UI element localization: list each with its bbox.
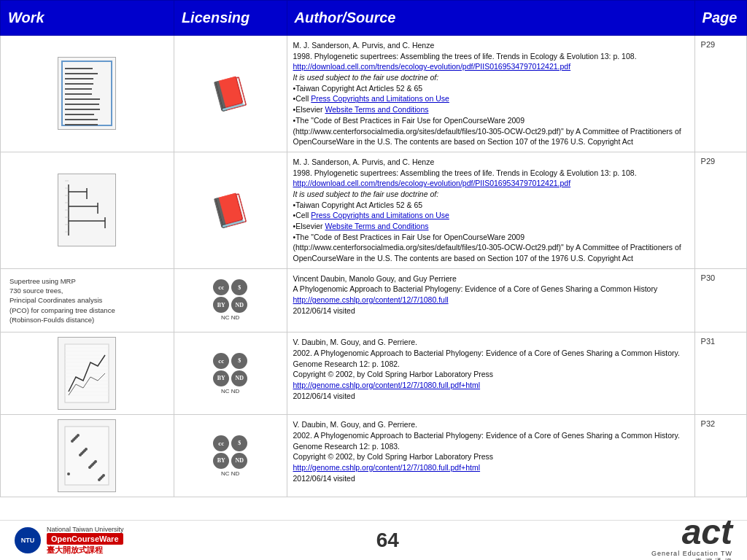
work-desc-line: Supertree using MRP [9,276,165,286]
work-desc-line: (PCO) for comparing tree distance [9,306,165,315]
work-desc-line: (Robinson-Foulds distance) [9,315,165,324]
author-link[interactable]: Website Terms and Conditions [325,222,428,230]
svg-point-53 [88,466,91,469]
ocw-badge: OpenCourseWare [47,533,123,545]
svg-point-54 [79,454,82,456]
table-row: 📕 M. J. Sanderson, A. Purvis, and C. Hen… [1,152,747,268]
book-icon: 📕 [180,77,281,111]
cc-license-badge: cc $ BY ND NC ND [180,353,281,394]
author-text-line: •The "Code of Best Practices in Fair Use… [293,233,681,262]
licensing-cell: 📕 [174,36,287,152]
author-cell: Vincent Daubin, Manolo Gouy, and Guy Per… [287,268,694,332]
author-link[interactable]: http://download.cell.com/trends/ecology-… [293,179,571,187]
author-link[interactable]: http://genome.cshlp.org/content/12/7/108… [293,463,481,472]
licensing-cell: 📕 [174,152,287,268]
col-header-author: Author/Source [287,1,694,36]
col-header-work: Work [1,1,174,36]
work-thumbnail [58,57,116,130]
author-text-line: 2002. A Phylogenomic Approach to Bacteri… [293,431,680,451]
svg-point-51 [71,440,74,443]
act-sub2: 臺 灣 通 識 [695,557,732,561]
author-text-line: 2002. A Phylogenomic Approach to Bacteri… [293,349,680,368]
cc-license-badge: cc $ BY ND NC ND [180,435,281,477]
work-thumbnail [58,337,116,410]
act-sub: General Education TW [651,550,732,557]
ntu-logo-text: NTU [21,537,35,544]
author-text-line: 1998. Phylogenetic supertrees: Assemblin… [293,52,637,61]
author-text-line: V. Daubin, M. Gouy, and G. Perriere. [293,420,417,429]
svg-point-52 [98,478,101,481]
col-header-page: Page [694,1,746,36]
author-text-line: 1998. Phylogenetic supertrees: Assemblin… [293,168,637,177]
author-text-line: •Taiwan Copyright Act Articles 52 & 65 [293,201,423,209]
author-text-line: M. J. Sanderson, A. Purvis, and C. Henze [293,158,435,166]
licensing-cell: cc $ BY ND NC ND [174,415,287,497]
work-cell [1,332,174,415]
page-cell: P30 [694,268,746,332]
work-description: Supertree using MRP730 source trees,Prin… [7,273,168,327]
table-row: 📕 M. J. Sanderson, A. Purvis, and C. Hen… [1,36,747,152]
author-bullet: •Elsevier Website Terms and Conditions [293,222,429,230]
cc-license-badge: cc $ BY ND NC ND [180,279,281,321]
author-text-line: M. J. Sanderson, A. Purvis, and C. Henze [293,41,435,50]
author-cell: V. Daubin, M. Gouy, and G. Perriere.2002… [287,415,694,497]
author-italic: It is used subject to the fair use doctr… [293,73,439,82]
licensing-cell: cc $ BY ND NC ND [174,332,287,415]
page-cell: P29 [694,152,746,268]
footer-left: NTU National Taiwan University OpenCours… [15,526,123,556]
author-text-line: 2012/06/14 visited [293,392,355,400]
author-text-line: Copyright © 2002, by Cold Spring Harbor … [293,452,493,461]
work-cell [1,36,174,152]
author-link[interactable]: Press Copyrights and Limitations on Use [311,211,449,219]
table-row: cc $ BY ND NC ND V. Daubin, M. Gouy, and… [1,332,747,415]
author-bullet: •Elsevier Website Terms and Conditions [293,105,429,114]
author-text-line: A Phylogenomic Approach to Bacterial Phy… [293,284,658,293]
work-cell [1,415,174,497]
licensing-cell: cc $ BY ND NC ND [174,268,287,332]
author-cell: M. J. Sanderson, A. Purvis, and C. Henze… [287,36,694,152]
table-wrapper: Work Licensing Author/Source Page 📕 M. J… [0,0,747,520]
author-cell: V. Daubin, M. Gouy, and G. Perriere.2002… [287,332,694,415]
work-cell [1,152,174,268]
page-cell: P31 [694,332,746,415]
page-cell: P32 [694,415,746,497]
author-cell: M. J. Sanderson, A. Purvis, and C. Henze… [287,152,694,268]
main-table: Work Licensing Author/Source Page 📕 M. J… [0,0,747,497]
author-link[interactable]: http://genome.cshlp.org/content/12/7/108… [293,295,449,304]
work-desc-line: Principal Coordinates analysis [9,295,165,305]
author-text-line: •The "Code of Best Practices in Fair Use… [293,116,681,146]
author-link[interactable]: http://genome.cshlp.org/content/12/7/108… [293,381,481,389]
table-row: Supertree using MRP730 source trees,Prin… [1,268,747,332]
table-row: cc $ BY ND NC ND V. Daubin, M. Gouy, and… [1,415,747,497]
author-text-line: 2012/06/14 visited [293,306,355,315]
page-cell: P29 [694,36,746,152]
work-thumbnail [58,419,116,492]
ntu-label: National Taiwan University [47,526,123,533]
author-text-line: V. Daubin, M. Gouy, and G. Perriere. [293,338,417,346]
author-italic: It is used subject to the fair use doctr… [293,190,439,198]
book-icon: 📕 [180,193,281,228]
col-header-licensing: Licensing [174,1,287,36]
work-thumbnail [58,174,116,246]
author-link[interactable]: Website Terms and Conditions [325,105,428,114]
author-link[interactable]: Press Copyrights and Limitations on Use [311,94,449,103]
ocw-logo: National Taiwan University OpenCourseWar… [47,526,123,556]
author-link[interactable]: http://download.cell.com/trends/ecology-… [293,62,571,71]
taiwan-label: 臺大開放式課程 [47,545,123,556]
act-logo: act [682,515,732,550]
svg-point-36 [67,472,70,475]
ntu-logo-circle: NTU [15,527,41,553]
footer-right: act General Education TW 臺 灣 通 識 [651,515,732,561]
author-text-line: Vincent Daubin, Manolo Gouy, and Guy Per… [293,274,457,283]
author-bullet: •Cell Press Copyrights and Limitations o… [293,94,449,103]
author-text-line: Copyright © 2002, by Cold Spring Harbor … [293,370,493,378]
author-text-line: 2012/06/14 visited [293,474,355,483]
author-bullet: •Cell Press Copyrights and Limitations o… [293,211,449,219]
page-container: Work Licensing Author/Source Page 📕 M. J… [0,0,747,560]
footer: NTU National Taiwan University OpenCours… [0,520,747,560]
author-text-line: •Taiwan Copyright Act Articles 52 & 65 [293,84,423,93]
work-desc-line: 730 source trees, [9,286,165,295]
work-cell: Supertree using MRP730 source trees,Prin… [1,268,174,332]
page-number: 64 [376,529,399,552]
